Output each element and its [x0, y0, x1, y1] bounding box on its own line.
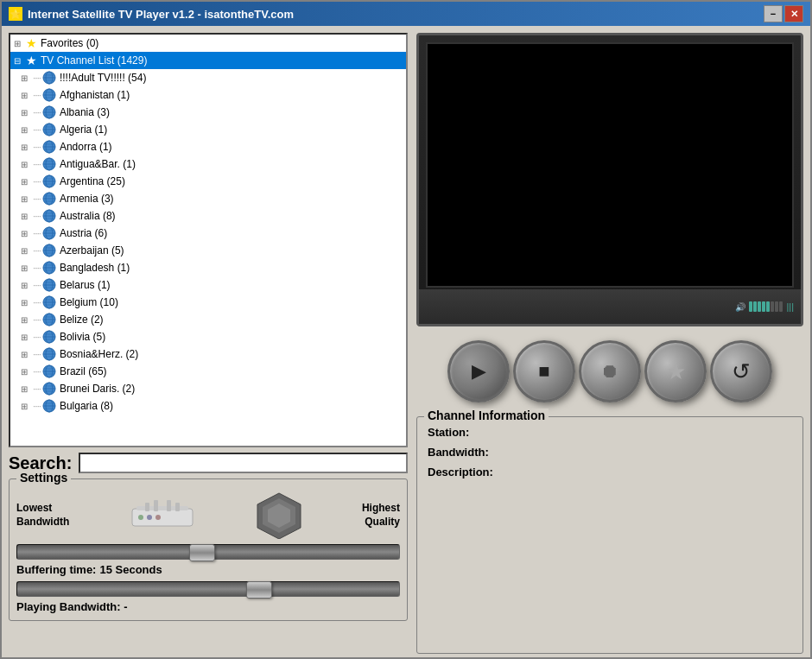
favorite-button[interactable]: ★ [644, 340, 707, 402]
vol-bar-7 [775, 301, 778, 312]
vol-percent: ||| [786, 301, 794, 312]
channel-item[interactable]: ⊞ ····· Belize (2) [10, 311, 406, 328]
video-controls-bar: 🔊 ||| [419, 289, 801, 324]
channel-item-label: Bolivia (5) [60, 331, 105, 343]
channel-item[interactable]: ⊞ ····· Brazil (65) [10, 363, 406, 380]
channel-item[interactable]: ⊞ ····· Afghanistan (1) [10, 86, 406, 104]
channel-item-label: Brunei Daris. (2) [60, 383, 135, 395]
channel-item[interactable]: ⊞ ····· Austria (6) [10, 225, 406, 242]
channel-item[interactable]: ⊞ ····· Bosnia&Herz. (2) [10, 345, 406, 363]
channel-item[interactable]: ⊞ ····· Australia (8) [10, 207, 406, 225]
channel-tree-container: ⊞ ★ Favorites (0) ⊟ ★ TV Channel List (1… [9, 33, 408, 447]
record-icon: ⏺ [600, 360, 619, 383]
channel-item[interactable]: ⊞ ····· Armenia (3) [10, 190, 406, 207]
bandwidth-row: LowestBandwidth [16, 491, 400, 539]
volume-bar: 🔊 ||| [735, 301, 794, 312]
tree-dots: ····· [33, 263, 41, 273]
tree-dots: ····· [33, 160, 41, 169]
channel-item[interactable]: ⊞ ····· Bangladesh (1) [10, 259, 406, 276]
channel-item-label: !!!!Adult TV!!!!! (54) [60, 72, 146, 84]
channel-item[interactable]: ⊞ ····· Belgium (10) [10, 294, 406, 311]
svg-rect-103 [154, 500, 158, 511]
expand-icon: ⊞ [21, 194, 31, 204]
channel-item-label: Brazil (65) [60, 365, 107, 377]
svg-point-107 [147, 515, 152, 520]
channel-item[interactable]: ⊞ ····· Algeria (1) [10, 121, 406, 138]
vol-bar-2 [753, 301, 757, 312]
tree-dots: ····· [33, 229, 41, 238]
channel-item[interactable]: ⊞ ····· Bolivia (5) [10, 328, 406, 345]
expand-icon: ⊞ [21, 281, 31, 290]
tree-dots: ····· [33, 367, 41, 377]
channel-list-item[interactable]: ⊟ ★ TV Channel List (1429) [10, 52, 406, 69]
titlebar-left: ⭐ Internet Satellite TV Player v1.2 - is… [9, 7, 294, 21]
vol-bar-5 [766, 301, 770, 312]
playing-slider-thumb[interactable] [246, 581, 272, 599]
video-area: 🔊 ||| [416, 33, 803, 326]
refresh-button[interactable]: ↺ [710, 340, 772, 402]
router-high-icon [256, 491, 303, 539]
channel-item-label: Belgium (10) [60, 296, 118, 308]
titlebar: ⭐ Internet Satellite TV Player v1.2 - is… [2, 2, 810, 26]
stop-icon: ■ [538, 360, 549, 383]
window-title: Internet Satellite TV Player v1.2 - isat… [28, 8, 294, 21]
channel-items: ⊞ ····· !!!!Adult TV!!!!! (54) ⊞ ····· A… [10, 69, 406, 415]
expand-icon: ⊞ [21, 384, 31, 394]
tree-dots: ····· [33, 194, 41, 204]
playing-bandwidth-label: Playing Bandwidth: - [16, 600, 128, 613]
channel-item-label: Algeria (1) [60, 124, 107, 136]
globe-icon [42, 347, 56, 361]
tree-dots: ····· [33, 91, 41, 100]
vol-bar-6 [771, 301, 774, 312]
globe-icon [42, 157, 56, 171]
svg-rect-104 [167, 500, 171, 511]
expand-icon: ⊞ [21, 333, 31, 342]
bandwidth-slider-thumb[interactable] [189, 544, 215, 561]
channel-item-label: Afghanistan (1) [60, 89, 130, 101]
channel-item[interactable]: ⊞ ····· Albania (3) [10, 104, 406, 121]
search-input[interactable] [79, 453, 408, 473]
channel-item[interactable]: ⊞ ····· Bulgaria (8) [10, 397, 406, 415]
channel-item[interactable]: ⊞ ····· !!!!Adult TV!!!!! (54) [10, 69, 406, 86]
record-button[interactable]: ⏺ [579, 340, 641, 402]
globe-icon [42, 261, 56, 275]
channel-item-label: Belarus (1) [60, 279, 111, 291]
favorites-label: Favorites (0) [41, 37, 98, 49]
globe-icon [42, 313, 56, 326]
expand-icon: ⊞ [21, 402, 31, 411]
close-button[interactable]: ✕ [784, 5, 803, 22]
expand-icon-list: ⊟ [14, 56, 24, 66]
expand-icon: ⊞ [21, 143, 31, 152]
favorites-item[interactable]: ⊞ ★ Favorites (0) [10, 35, 406, 52]
playing-slider-container [16, 581, 400, 597]
channel-item-label: Bulgaria (8) [60, 400, 113, 412]
channel-tree[interactable]: ⊞ ★ Favorites (0) ⊟ ★ TV Channel List (1… [10, 35, 406, 446]
channel-item[interactable]: ⊞ ····· Belarus (1) [10, 276, 406, 294]
channel-item-label: Armenia (3) [60, 193, 114, 205]
channel-item[interactable]: ⊞ ····· Argentina (25) [10, 173, 406, 190]
expand-icon: ⊞ [21, 315, 31, 325]
playing-slider-track[interactable] [16, 581, 400, 597]
globe-icon [42, 295, 56, 309]
channel-item-label: Austria (6) [60, 227, 107, 239]
minimize-button[interactable]: − [764, 5, 783, 22]
channel-item[interactable]: ⊞ ····· Brunei Daris. (2) [10, 380, 406, 397]
channel-item[interactable]: ⊞ ····· Andorra (1) [10, 138, 406, 155]
highest-quality-label: HighestQuality [362, 502, 400, 529]
bandwidth-slider-track[interactable] [16, 544, 400, 560]
tree-dots: ····· [33, 143, 41, 152]
router-low-icon [128, 496, 197, 535]
speaker-icon: 🔊 [735, 302, 745, 312]
tree-dots: ····· [33, 108, 41, 117]
expand-icon: ⊞ [21, 91, 31, 100]
channel-item[interactable]: ⊞ ····· Azerbaijan (5) [10, 242, 406, 259]
play-button[interactable]: ▶ [447, 340, 510, 402]
channel-item[interactable]: ⊞ ····· Antigua&Bar. (1) [10, 155, 406, 173]
stop-button[interactable]: ■ [513, 340, 575, 402]
expand-icon: ⊞ [21, 246, 31, 256]
playing-bandwidth-row: Playing Bandwidth: - [16, 600, 400, 613]
globe-icon [42, 192, 56, 206]
globe-icon [42, 364, 56, 378]
globe-icon [42, 140, 56, 154]
globe-icon [42, 209, 56, 223]
